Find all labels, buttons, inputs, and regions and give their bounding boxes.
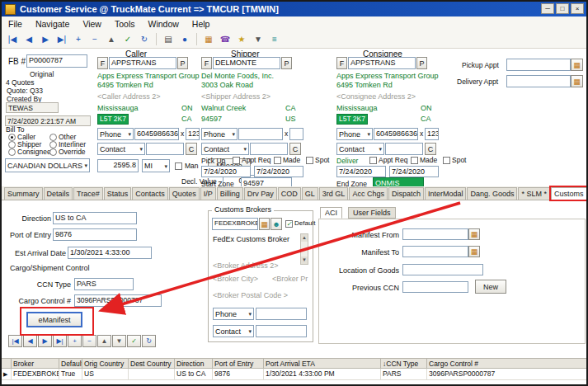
broker-phone-type-combo[interactable]: Phone▾	[213, 308, 254, 320]
customs-insert-button[interactable]: +	[68, 335, 82, 347]
tab-aci[interactable]: ACI	[320, 207, 342, 219]
broker-phone-field[interactable]	[256, 308, 307, 320]
grid-header-cargo-control[interactable]: Cargo Control #	[427, 358, 586, 369]
tab-customs[interactable]: Customs	[551, 187, 587, 200]
shipper-contact-button[interactable]: C	[289, 143, 301, 155]
pickup-appt-req-checkbox[interactable]	[233, 157, 240, 164]
emanifest-button[interactable]: eManifest	[26, 312, 82, 327]
tab-dispatch[interactable]: Dispatch	[388, 187, 424, 200]
broker-lookup-icon[interactable]: ▦	[259, 218, 270, 230]
customs-nav-first-button[interactable]: |◀	[8, 335, 22, 347]
tab-contacts[interactable]: Contacts	[132, 187, 168, 200]
menu-navigate[interactable]: Navigate	[29, 18, 76, 30]
manifest-from-lookup-icon[interactable]: ▦	[468, 228, 480, 240]
previous-ccn-field[interactable]	[402, 281, 468, 293]
print-icon[interactable]: ▤	[161, 32, 176, 47]
deliver-made-checkbox[interactable]	[411, 157, 418, 164]
customs-delete-button[interactable]: −	[82, 335, 96, 347]
scroll-down-icon[interactable]: ▼	[301, 257, 308, 264]
tab-status[interactable]: Status	[104, 187, 132, 200]
distance-field[interactable]: 2595.8	[97, 159, 139, 172]
caller-ext-field[interactable]: 123	[186, 128, 200, 140]
caller-contact-field[interactable]	[146, 143, 184, 155]
customs-cancel-button[interactable]: ▼	[112, 335, 126, 347]
caller-contact-button[interactable]: C	[186, 143, 197, 155]
direction-field[interactable]: US to CA	[53, 212, 137, 224]
port-of-entry-field[interactable]: 9876	[53, 228, 137, 241]
minimize-button[interactable]: ─	[541, 3, 554, 14]
grid-header-orig-country[interactable]: Orig Country	[82, 358, 129, 369]
pickup-appt-icon[interactable]: ▦	[571, 59, 583, 71]
shipper-code-field[interactable]: DELMONTE	[213, 57, 280, 69]
manifest-to-field[interactable]	[402, 246, 468, 257]
tab-trace[interactable]: Trace#	[73, 187, 103, 200]
caller-contact-combo[interactable]: Contact▾	[97, 143, 145, 155]
nav-next-icon[interactable]: ▶	[38, 32, 53, 47]
caller-code-field[interactable]: APPSTRANS	[109, 57, 176, 69]
fb-number-field[interactable]: P0000787	[26, 54, 87, 68]
post-record-icon[interactable]: ✓	[120, 32, 135, 47]
close-button[interactable]: ×	[571, 3, 584, 14]
consignee-profile-button[interactable]: P	[416, 57, 427, 69]
man-checkbox[interactable]	[175, 162, 182, 170]
scroll-up-icon[interactable]: ▲	[301, 234, 308, 242]
deliver-appt-req-checkbox[interactable]	[369, 157, 377, 164]
currency-combo[interactable]: CANADIAN DOLLARS▾	[5, 158, 90, 172]
broker-list-scrollbar[interactable]: ▲ ▼	[300, 233, 308, 265]
broker-code-field[interactable]: FEDEXBROKE	[212, 218, 258, 230]
bill-to-consignee-radio[interactable]	[8, 148, 16, 156]
delivery-appt-field[interactable]	[506, 75, 571, 87]
menu-help[interactable]: Help	[186, 18, 217, 30]
tab-dang-goods[interactable]: Dang. Goods	[467, 187, 517, 200]
menu-file[interactable]: File	[2, 18, 29, 30]
pickup-date-to-field[interactable]: 7/24/2020	[254, 166, 303, 177]
info-icon[interactable]: ●	[177, 32, 192, 47]
bill-to-shipper-radio[interactable]	[8, 141, 16, 148]
bill-to-override-radio[interactable]	[49, 148, 57, 156]
consignee-ext-field[interactable]: 123	[425, 128, 439, 140]
edit-record-icon[interactable]: ▲	[104, 32, 119, 47]
favorites-icon[interactable]: ★	[234, 32, 249, 47]
caller-phone-field[interactable]: 6045986636	[134, 128, 179, 140]
caller-phone-type-combo[interactable]: Phone▾	[97, 128, 134, 140]
tab-details[interactable]: Details	[44, 187, 73, 200]
distance-unit-combo[interactable]: MI▾	[142, 159, 170, 172]
customs-nav-next-button[interactable]: ▶	[38, 335, 52, 347]
phone-icon[interactable]: ☎	[218, 32, 233, 47]
nav-last-icon[interactable]: ▶|	[54, 32, 69, 47]
tab-quotes[interactable]: Quotes	[169, 187, 200, 200]
customs-edit-button[interactable]: ▲	[97, 335, 111, 347]
deliver-spot-checkbox[interactable]	[443, 157, 450, 164]
caller-find-button[interactable]: F	[97, 57, 108, 69]
cargo-control-field[interactable]: 3096PARSP0000787	[74, 294, 162, 307]
broker-contact-field[interactable]	[256, 325, 307, 337]
shipper-phone-type-combo[interactable]: Phone▾	[201, 128, 238, 140]
customs-refresh-button[interactable]: ↻	[142, 335, 156, 347]
tab-drv-pay[interactable]: Drv Pay	[244, 187, 277, 200]
bill-to-interliner-radio[interactable]	[49, 141, 57, 148]
customs-nav-last-button[interactable]: ▶|	[53, 335, 67, 347]
location-of-goods-field[interactable]	[402, 264, 483, 275]
manifest-from-field[interactable]	[402, 228, 468, 240]
notes-icon[interactable]: ▦	[201, 32, 216, 47]
menu-window[interactable]: Window	[141, 18, 185, 30]
tab-user-fields[interactable]: User Fields	[348, 207, 396, 219]
pickup-spot-checkbox[interactable]	[306, 157, 313, 164]
shipper-contact-combo[interactable]: Contact▾	[201, 143, 249, 155]
maximize-button[interactable]: □	[556, 3, 569, 14]
grid-header-ccn-type[interactable]: ↓CCN Type	[381, 358, 427, 369]
nav-first-icon[interactable]: |◀	[5, 32, 20, 47]
tab-gl[interactable]: GL	[302, 187, 318, 200]
shipper-phone-field[interactable]	[238, 128, 283, 140]
nav-prev-icon[interactable]: ◀	[21, 32, 36, 47]
broker-people-icon[interactable]: ☻	[270, 218, 282, 230]
grid-header-dest-country[interactable]: Dest Country	[129, 358, 175, 369]
tab-billing[interactable]: Billing	[217, 187, 243, 200]
pickup-made-checkbox[interactable]	[274, 157, 281, 164]
shipper-find-button[interactable]: F	[201, 57, 212, 69]
manifest-to-lookup-icon[interactable]: ▦	[468, 246, 480, 257]
delivery-appt-icon[interactable]: ▦	[571, 75, 583, 87]
broker-default-checkbox[interactable]: ✓	[285, 220, 293, 228]
bill-to-other-radio[interactable]	[49, 134, 57, 141]
menu-tools[interactable]: Tools	[108, 18, 142, 30]
